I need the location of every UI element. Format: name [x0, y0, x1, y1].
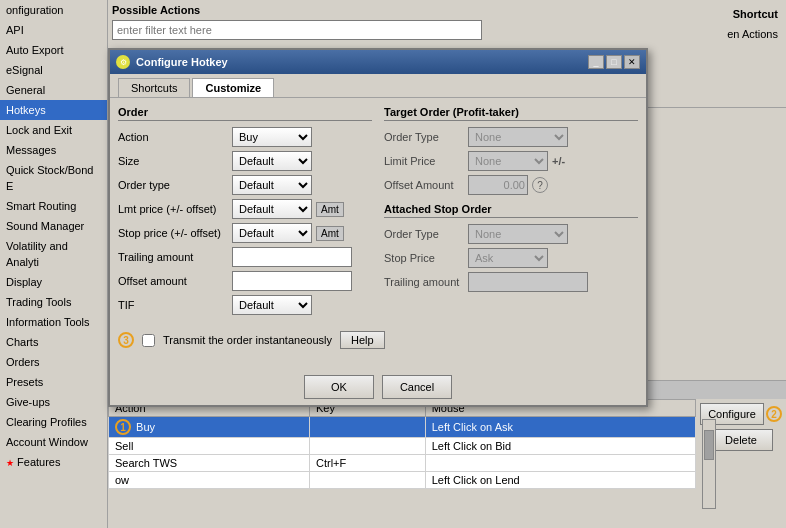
- offset-amount-input[interactable]: [232, 271, 352, 291]
- modal-right-column: Target Order (Profit-taker) Order Type N…: [384, 106, 638, 319]
- modal-body: Order Action Buy Size Default: [110, 98, 646, 369]
- order-type-label: Order type: [118, 179, 228, 191]
- lmt-price-select[interactable]: Default: [232, 199, 312, 219]
- modal-title: Configure Hotkey: [136, 56, 582, 68]
- size-row: Size Default: [118, 151, 372, 171]
- attached-order-type-label: Order Type: [384, 228, 464, 240]
- target-order-title: Target Order (Profit-taker): [384, 106, 638, 121]
- modal-overlay: ⚙ Configure Hotkey _ □ ✕ Shortcuts Custo…: [0, 0, 786, 528]
- offset-amount-label: Offset amount: [118, 275, 228, 287]
- attached-stop-title: Attached Stop Order: [384, 203, 638, 218]
- target-order-type-label: Order Type: [384, 131, 464, 143]
- stop-price-row: Stop price (+/- offset) Default Amt: [118, 223, 372, 243]
- ok-button[interactable]: OK: [304, 375, 374, 399]
- attached-stop-price-label: Stop Price: [384, 252, 464, 264]
- modal-left-column: Order Action Buy Size Default: [118, 106, 372, 319]
- lmt-amt-label[interactable]: Amt: [316, 202, 344, 217]
- modal-columns: Order Action Buy Size Default: [118, 106, 638, 319]
- modal-icon: ⚙: [116, 55, 130, 69]
- offset-amount-row: Offset amount: [118, 271, 372, 291]
- cancel-button[interactable]: Cancel: [382, 375, 452, 399]
- step-3-badge: 3: [118, 332, 134, 348]
- stop-price-select[interactable]: Default: [232, 223, 312, 243]
- trailing-amount-row: Trailing amount: [118, 247, 372, 267]
- attached-trailing-input[interactable]: [468, 272, 588, 292]
- limit-price-label: Limit Price: [384, 155, 464, 167]
- transmit-row: 3 Transmit the order instantaneously Hel…: [118, 331, 638, 349]
- target-order-type-row: Order Type None: [384, 127, 638, 147]
- limit-price-row: Limit Price None +/-: [384, 151, 638, 171]
- help-icon[interactable]: ?: [532, 177, 548, 193]
- modal-restore-btn[interactable]: □: [606, 55, 622, 69]
- modal-minimize-btn[interactable]: _: [588, 55, 604, 69]
- transmit-label: Transmit the order instantaneously: [163, 334, 332, 346]
- attached-order-type-select[interactable]: None: [468, 224, 568, 244]
- action-select[interactable]: Buy: [232, 127, 312, 147]
- stop-amt-label[interactable]: Amt: [316, 226, 344, 241]
- limit-price-select[interactable]: None: [468, 151, 548, 171]
- modal-tabs-row: Shortcuts Customize: [110, 74, 646, 98]
- action-row: Action Buy: [118, 127, 372, 147]
- target-offset-amount-row: Offset Amount 0.00 ?: [384, 175, 638, 195]
- attached-trailing-label: Trailing amount: [384, 276, 464, 288]
- order-type-select[interactable]: Default: [232, 175, 312, 195]
- target-offset-amount-input[interactable]: 0.00: [468, 175, 528, 195]
- lmt-price-row: Lmt price (+/- offset) Default Amt: [118, 199, 372, 219]
- target-offset-amount-label: Offset Amount: [384, 179, 464, 191]
- target-order-type-select[interactable]: None: [468, 127, 568, 147]
- modal-titlebar: ⚙ Configure Hotkey _ □ ✕: [110, 50, 646, 74]
- modal-footer: OK Cancel: [110, 369, 646, 405]
- trailing-amount-input[interactable]: [232, 247, 352, 267]
- size-label: Size: [118, 155, 228, 167]
- trailing-amount-label: Trailing amount: [118, 251, 228, 263]
- action-label: Action: [118, 131, 228, 143]
- tif-select[interactable]: Default: [232, 295, 312, 315]
- attached-stop-price-select[interactable]: Ask: [468, 248, 548, 268]
- attached-order-type-row: Order Type None: [384, 224, 638, 244]
- plus-minus-icon: +/-: [552, 155, 565, 167]
- order-type-row: Order type Default: [118, 175, 372, 195]
- attached-stop-price-row: Stop Price Ask: [384, 248, 638, 268]
- modal-tab-customize[interactable]: Customize: [192, 78, 274, 97]
- transmit-checkbox[interactable]: [142, 334, 155, 347]
- attached-trailing-row: Trailing amount: [384, 272, 638, 292]
- lmt-price-label: Lmt price (+/- offset): [118, 203, 228, 215]
- tif-label: TIF: [118, 299, 228, 311]
- help-button[interactable]: Help: [340, 331, 385, 349]
- stop-price-label: Stop price (+/- offset): [118, 227, 228, 239]
- size-select[interactable]: Default: [232, 151, 312, 171]
- order-section-title: Order: [118, 106, 372, 121]
- modal-tab-shortcuts[interactable]: Shortcuts: [118, 78, 190, 97]
- tif-row: TIF Default: [118, 295, 372, 315]
- modal-close-button[interactable]: ✕: [624, 55, 640, 69]
- configure-hotkey-dialog: ⚙ Configure Hotkey _ □ ✕ Shortcuts Custo…: [108, 48, 648, 407]
